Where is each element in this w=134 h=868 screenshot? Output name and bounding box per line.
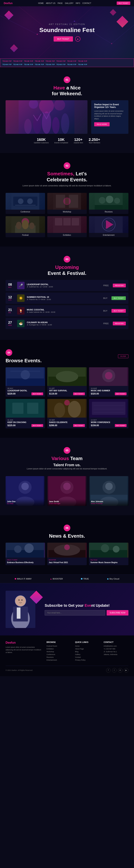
footer-contact-0[interactable]: info@deefun.com	[104, 645, 128, 647]
hero-play-button[interactable]	[75, 36, 80, 41]
browse-card-btn-6[interactable]: BUY TICKET	[115, 424, 127, 427]
footer-link-quick-5[interactable]: Privacy Policy	[75, 659, 100, 661]
event-type-workshop[interactable]: Workshop	[47, 193, 87, 214]
upcoming-event-row-2: 12 JUN ☀️ SUMMER FESTIVAL 19 Jl. Thamrin…	[6, 292, 128, 304]
event-day-4: 27	[8, 321, 15, 324]
browse-card-btn-3[interactable]: BUY TICKET	[115, 393, 127, 395]
footer-link-browse-0[interactable]: Festival Event	[46, 645, 71, 647]
browse-card-price-2: $119.00	[49, 393, 57, 395]
event-btn-1[interactable]: REGISTER	[113, 284, 126, 287]
browse-card-btn-1[interactable]: BUY TICKET	[31, 393, 43, 395]
browse-card-price-row-5: $299.00 BUY TICKET	[49, 424, 85, 427]
footer-contact-1[interactable]: +1 234 567 890	[104, 648, 128, 650]
nav-link-home[interactable]: HOME	[38, 2, 44, 4]
footer-link-browse-2[interactable]: Workshop	[46, 651, 71, 653]
browse-card-img-4	[6, 399, 45, 417]
info-card-title: Deefun Impact in Event Organizer 12+ Yea…	[94, 103, 126, 108]
subscribe-email-input[interactable]	[45, 610, 105, 616]
section-3-subtitle: Event & Festival.	[48, 270, 86, 276]
nav-links: HOME ABOUT US PAGE GALLERY INFO CONTACT	[38, 2, 91, 4]
nav-link-gallery[interactable]: GALLERY	[65, 2, 73, 4]
event-type-entertainment[interactable]: Entertainment	[89, 216, 128, 237]
event-day-2: 12	[8, 296, 15, 299]
section-5-highlight: Various	[52, 456, 69, 461]
event-type-festival[interactable]: Festival	[6, 216, 45, 237]
stat-awards-num: 120+	[74, 137, 83, 142]
social-facebook[interactable]: f	[106, 668, 110, 673]
footer-link-browse-4[interactable]: Reunions	[46, 656, 71, 658]
stat-events: 10K Events Completed	[54, 137, 68, 144]
browse-card-btn-5[interactable]: BUY TICKET	[73, 424, 85, 427]
news-card-3[interactable]: Sky Cloud Summer Music Season Begins	[89, 542, 128, 565]
cta-title: Subscribe to Get your Event Update!	[45, 603, 128, 608]
browse-card-btn-2[interactable]: BUY TICKET	[73, 393, 85, 395]
svg-rect-24	[13, 196, 37, 206]
ticker-item-blue: TEAM FIP	[56, 64, 66, 65]
workshop-img	[47, 193, 87, 210]
social-twitter[interactable]: t	[112, 668, 116, 673]
browse-card-btn-4[interactable]: BUY TICKET	[31, 424, 43, 427]
info-card-button[interactable]: READ MORE	[94, 122, 110, 126]
svg-rect-46	[63, 218, 71, 225]
svg-point-100	[113, 546, 120, 553]
event-info-4: CULINARY IN ASEAN Jl. Kuningan No. 3 • 0…	[27, 321, 101, 326]
subscribe-submit-button[interactable]: SUBSCRIBE NOW	[107, 610, 128, 616]
browse-img-2	[47, 367, 87, 386]
footer-link-quick-0[interactable]: Home	[75, 645, 100, 647]
svg-point-26	[27, 198, 33, 204]
cta-title-rest: nt Update!	[91, 603, 110, 608]
hero-buy-button[interactable]: BUY TICKET	[54, 36, 73, 41]
hero-title: Soundrenaline Fest	[39, 27, 95, 33]
footer-link-quick-2[interactable]: Blog	[75, 651, 100, 653]
footer-link-quick-1[interactable]: About Page	[75, 648, 100, 650]
section-1-title: Have a Nice for Wekeend.	[6, 85, 128, 96]
footer-link-browse-1[interactable]: Exhibition	[46, 648, 71, 650]
news-card-1[interactable]: WALK IT AWAY Embrace Business Effectivel…	[6, 542, 45, 565]
svg-point-91	[14, 546, 22, 553]
event-type-conference[interactable]: Conference	[6, 193, 45, 214]
conference-img	[6, 193, 45, 210]
svg-rect-37	[95, 205, 123, 210]
footer-col-contact: CONTACT info@deefun.com +1 234 567 890 J…	[104, 641, 128, 662]
section-3-highlight: Upcoming	[55, 265, 79, 270]
event-btn-4[interactable]: REGISTER	[113, 322, 126, 326]
news-card-img-1	[6, 542, 45, 558]
browse-card-num-3: 24 MAR	[91, 388, 127, 389]
ticker-item-blue: TEAM FIP	[78, 64, 87, 65]
event-type-reunions[interactable]: Reunions	[89, 193, 128, 214]
svg-point-69	[64, 400, 70, 405]
event-btn-3[interactable]: BUY TICKET	[111, 309, 126, 313]
svg-point-92	[24, 544, 34, 553]
footer-link-quick-4[interactable]: Contact	[75, 656, 100, 658]
footer-link-browse-3[interactable]: Conference	[46, 653, 71, 655]
event-month-2: JUN	[8, 299, 15, 301]
nav-link-info[interactable]: INFO	[76, 2, 80, 4]
footer: Deefun Lorem ipsum dolor sit amet consec…	[0, 636, 134, 676]
footer-link-quick-3[interactable]: Gallery	[75, 653, 100, 655]
team-card-3: Alex Johnson Music Producer	[90, 476, 128, 506]
event-date-4: 27 AUG	[8, 321, 15, 326]
footer-col-browse: BROWSE Festival Event Exhibition Worksho…	[46, 641, 71, 662]
people-image	[6, 100, 88, 134]
social-linkedin[interactable]: in	[118, 668, 123, 673]
nav-link-about[interactable]: ABOUT US	[46, 2, 56, 4]
footer-bottom: © 2021 Deefun. All Rights Reserved. f t …	[6, 665, 128, 673]
svg-rect-27	[15, 205, 36, 205]
filter-button[interactable]: FILTER	[118, 354, 128, 358]
nav-cta-button[interactable]: BUY TICKET	[117, 1, 130, 5]
svg-rect-65	[27, 403, 38, 414]
svg-line-21	[43, 112, 46, 119]
event-day-3: 21	[8, 308, 15, 312]
event-type-exhibition[interactable]: Exhibition	[47, 216, 87, 237]
svg-line-22	[46, 112, 50, 119]
svg-line-3	[112, 25, 134, 43]
nav-link-contact[interactable]: CONTACT	[82, 2, 91, 4]
svg-point-99	[101, 544, 109, 552]
event-btn-2[interactable]: BUY TICKET	[111, 296, 126, 300]
news-card-2[interactable]: BOOSTER Jazz Virtual Fest 2021	[47, 542, 87, 565]
nav-link-page[interactable]: PAGE	[58, 2, 63, 4]
svg-point-8	[111, 43, 112, 44]
social-youtube[interactable]: ▶	[124, 668, 128, 673]
footer-link-browse-5[interactable]: Entertainment	[46, 659, 71, 661]
section-1-number: 01	[64, 76, 70, 83]
